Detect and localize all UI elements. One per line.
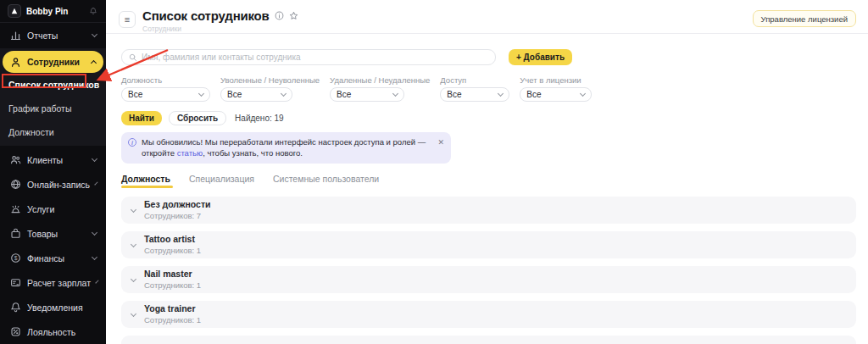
list-item[interactable]: Nail master Сотрудников: 1 (121, 266, 856, 293)
sidebar-item-label: Сотрудники (27, 57, 80, 67)
sidebar-item-positions[interactable]: Должности (0, 120, 106, 144)
chevron-down-icon (131, 311, 136, 317)
banner-article-link[interactable]: статью (177, 148, 203, 158)
list-item-partial[interactable] (121, 336, 856, 344)
filters-row: Должность Все Уволенные / Неуволенные Вс… (121, 75, 856, 102)
banner-info-icon: i (128, 138, 136, 147)
filter-label: Учет в лицензии (520, 75, 592, 85)
sidebar-item-employees[interactable]: Сотрудники (3, 51, 103, 73)
app-root: Bobby Pin Отчеты Сотрудники Список сотру… (0, 0, 868, 344)
sidebar-item-finance[interactable]: $ Финансы (0, 246, 106, 270)
title-block: Список сотрудников Сотрудники (142, 8, 298, 33)
chevron-down-icon (95, 280, 98, 283)
filter-access-select[interactable]: Все (440, 87, 509, 102)
chevron-down-icon (580, 91, 586, 97)
filter-value: Все (337, 90, 351, 99)
sidebar-item-label: Отчеты (27, 31, 58, 41)
position-count: Сотрудников: 1 (144, 246, 201, 256)
search-input-wrap (121, 49, 496, 65)
chevron-down-icon (498, 91, 504, 97)
sidebar-item-label: График работы (8, 103, 71, 114)
sidebar-item-online-booking[interactable]: Онлайн-запись (0, 172, 106, 197)
chevron-down-icon (281, 91, 287, 97)
search-row: + Добавить (121, 49, 856, 65)
position-count: Сотрудников: 1 (144, 280, 201, 291)
filter-value: Все (128, 90, 142, 99)
banner-text-after: , чтобы узнать, что нового. (203, 148, 303, 158)
find-button[interactable]: Найти (121, 111, 162, 125)
chevron-down-icon (392, 91, 398, 97)
positions-list: Без должности Сотрудников: 7 Tattoo arti… (121, 197, 856, 344)
payroll-card-icon (10, 277, 21, 288)
chevron-down-icon (92, 254, 97, 260)
sidebar-header: Bobby Pin (0, 0, 106, 23)
tab-system-users[interactable]: Системные пользователи (273, 174, 379, 188)
reset-button[interactable]: Сбросить (169, 111, 226, 125)
license-button[interactable]: Управление лицензией (753, 10, 856, 27)
menu-button[interactable]: ≡ (119, 11, 136, 28)
sidebar-item-services[interactable]: Услуги (0, 197, 106, 221)
brand-logo[interactable] (8, 4, 21, 18)
tabs: Должность Специализация Системные пользо… (121, 174, 856, 188)
sidebar-item-products[interactable]: Товары (0, 221, 106, 246)
info-banner: i Мы обновились! Мы переработали интерфе… (121, 132, 451, 164)
banner-close-icon[interactable]: ✕ (437, 138, 444, 147)
sidebar-item-clients[interactable]: Клиенты (0, 147, 106, 172)
tab-position[interactable]: Должность (121, 174, 170, 188)
sidebar-item-label: Онлайн-запись (27, 180, 90, 190)
add-employee-button[interactable]: + Добавить (509, 49, 572, 65)
list-item[interactable]: Без должности Сотрудников: 7 (121, 197, 856, 224)
chevron-down-icon (198, 91, 204, 97)
chevron-down-icon (92, 230, 97, 236)
list-item[interactable]: Yoga trainer Сотрудников: 1 (121, 301, 856, 328)
percent-icon (10, 326, 21, 337)
sidebar-employees-group: Сотрудники Список сотрудников График раб… (0, 48, 106, 146)
page-header: ≡ Список сотрудников Сотрудники Управлен… (106, 0, 868, 34)
star-icon[interactable] (289, 11, 298, 20)
filter-license-select[interactable]: Все (520, 87, 592, 102)
filter-deleted-select[interactable]: Все (330, 87, 404, 102)
chevron-down-icon (131, 276, 136, 282)
chevron-down-icon (92, 31, 97, 37)
content: + Добавить Должность Все Уволенные / Неу… (106, 34, 868, 344)
position-count: Сотрудников: 1 (144, 315, 201, 325)
filter-position-select[interactable]: Все (121, 87, 210, 102)
sidebar-item-employee-list[interactable]: Список сотрудников (0, 73, 106, 97)
sidebar-item-label: Должности (8, 127, 54, 137)
filter-position: Должность Все (121, 75, 210, 102)
sidebar-item-payroll[interactable]: Расчет зарплат (0, 270, 106, 295)
filter-license: Учет в лицензии Все (520, 75, 592, 102)
search-input[interactable] (142, 53, 488, 62)
filter-fired-select[interactable]: Все (220, 87, 292, 102)
breadcrumb: Сотрудники (142, 25, 298, 33)
filter-value: Все (447, 90, 461, 99)
filter-label: Уволенные / Неуволенные (220, 75, 320, 85)
brand-name: Bobby Pin (26, 7, 68, 16)
position-title: Yoga trainer (144, 303, 201, 314)
tab-specialization[interactable]: Специализация (189, 174, 254, 188)
brand-logo-icon (10, 7, 19, 15)
banner-text: Мы обновились! Мы переработали интерфейс… (142, 136, 429, 159)
sidebar: Bobby Pin Отчеты Сотрудники Список сотру… (0, 0, 106, 344)
actions-row: Найти Сбросить Найдено: 19 (121, 111, 856, 125)
chevron-up-icon (91, 59, 97, 65)
chevron-down-icon (94, 181, 97, 185)
sidebar-nav: Отчеты Сотрудники Список сотрудников Гра… (0, 23, 106, 344)
service-bell-icon (10, 203, 21, 214)
sidebar-item-label: Уведомления (27, 302, 83, 313)
sidebar-item-label: Услуги (27, 204, 54, 214)
person-icon (10, 57, 21, 68)
list-item[interactable]: Tattoo artist Сотрудников: 1 (121, 231, 856, 258)
sidebar-item-label: Товары (27, 229, 58, 239)
sidebar-item-notifications[interactable]: Уведомления (0, 295, 106, 319)
sidebar-item-loyalty[interactable]: Лояльность (0, 319, 106, 344)
header-bell-icon[interactable] (89, 7, 97, 15)
sidebar-item-label: Клиенты (27, 155, 63, 165)
position-title: Tattoo artist (144, 234, 201, 245)
info-icon[interactable] (275, 11, 284, 20)
box-icon (10, 228, 21, 239)
sidebar-item-work-schedule[interactable]: График работы (0, 97, 106, 120)
bell-icon (10, 302, 21, 313)
sidebar-item-reports[interactable]: Отчеты (0, 23, 106, 47)
sidebar-item-label: Финансы (27, 253, 64, 264)
